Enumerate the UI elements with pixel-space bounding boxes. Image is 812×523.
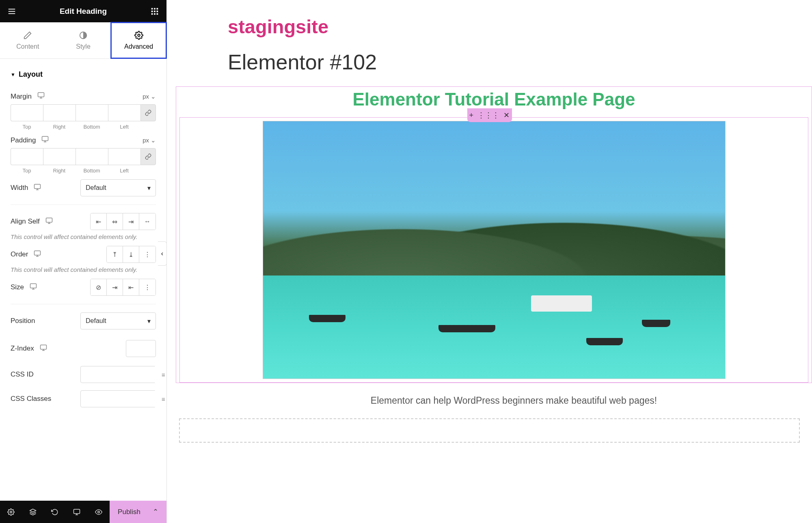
dynamic-icon[interactable]: ≡ xyxy=(162,366,165,383)
pencil-icon xyxy=(23,31,32,40)
page-title: Elementor #102 xyxy=(228,50,800,74)
padding-bottom-input[interactable] xyxy=(76,148,108,165)
add-new-section[interactable] xyxy=(179,418,800,443)
desktop-icon[interactable] xyxy=(34,250,41,259)
padding-control-row: Padding px ⌄ xyxy=(11,136,156,145)
link-icon xyxy=(145,153,151,160)
history-icon[interactable] xyxy=(44,501,66,523)
sidebar-title: Edit Heading xyxy=(16,7,150,16)
desktop-icon[interactable] xyxy=(30,283,37,292)
svg-rect-37 xyxy=(74,509,80,514)
editor-sidebar: Edit Heading Content Style Advanced ▼ La… xyxy=(0,0,167,523)
svg-rect-10 xyxy=(154,13,155,15)
margin-top-input[interactable] xyxy=(11,104,43,121)
tab-advanced[interactable]: Advanced xyxy=(111,22,166,58)
gear-icon xyxy=(134,31,143,40)
align-stretch-button[interactable]: ↔ xyxy=(139,213,155,230)
close-section-icon[interactable]: ✕ xyxy=(503,111,510,120)
margin-label: Margin xyxy=(11,93,32,101)
size-none-button[interactable]: ⊘ xyxy=(91,279,107,295)
margin-bottom-input[interactable] xyxy=(76,104,108,121)
size-control-row: Size ⊘ ⇥ ⇤ ⋮ xyxy=(11,279,156,296)
drag-section-icon[interactable]: ⋮⋮⋮ xyxy=(477,111,499,120)
order-control-row: Order ⤒ ⤓ ⋮ xyxy=(11,246,156,263)
order-label: Order xyxy=(11,250,28,258)
chevron-left-icon: ‹ xyxy=(161,250,163,257)
margin-inputs xyxy=(11,104,156,121)
align-center-button[interactable]: ⇔ xyxy=(107,213,123,230)
desktop-icon[interactable] xyxy=(41,136,49,145)
cssid-label: CSS ID xyxy=(11,370,34,379)
caption-text[interactable]: Elementor can help WordPress beginners m… xyxy=(228,395,800,406)
padding-left-input[interactable] xyxy=(108,148,140,165)
layout-section-header[interactable]: ▼ Layout xyxy=(11,59,156,86)
desktop-icon[interactable] xyxy=(45,217,53,226)
cssid-input[interactable] xyxy=(85,366,162,383)
align-start-button[interactable]: ⇤ xyxy=(91,213,107,230)
svg-rect-6 xyxy=(151,11,153,12)
zindex-control-row: Z-Index xyxy=(11,340,156,357)
svg-rect-23 xyxy=(46,218,52,222)
settings-icon[interactable] xyxy=(0,501,22,523)
order-buttons: ⤒ ⤓ ⋮ xyxy=(106,246,156,263)
svg-rect-8 xyxy=(157,11,158,12)
image-section[interactable] xyxy=(179,117,808,383)
size-shrink-button[interactable]: ⇤ xyxy=(123,279,139,295)
tab-content[interactable]: Content xyxy=(0,22,56,58)
position-select[interactable]: Default ▾ xyxy=(80,312,156,329)
padding-unit-select[interactable]: px ⌄ xyxy=(143,137,156,144)
margin-unit-select[interactable]: px ⌄ xyxy=(143,93,156,100)
padding-right-input[interactable] xyxy=(43,148,76,165)
svg-rect-5 xyxy=(157,8,158,9)
width-select[interactable]: Default ▾ xyxy=(80,179,156,196)
desktop-icon[interactable] xyxy=(34,183,41,193)
desktop-icon[interactable] xyxy=(40,344,47,353)
heading-section[interactable]: Elementor Tutorial Example Page + ⋮⋮⋮ ✕ xyxy=(176,86,812,383)
size-buttons: ⊘ ⇥ ⇤ ⋮ xyxy=(90,279,156,296)
svg-rect-7 xyxy=(154,11,155,12)
position-label: Position xyxy=(11,317,35,325)
order-more-button[interactable]: ⋮ xyxy=(139,246,155,263)
margin-left-input[interactable] xyxy=(108,104,140,121)
align-end-button[interactable]: ⇥ xyxy=(123,213,139,230)
size-more-button[interactable]: ⋮ xyxy=(139,279,155,295)
order-last-button[interactable]: ⤓ xyxy=(123,246,139,263)
editor-canvas: stagingsite Elementor #102 Elementor Tut… xyxy=(167,0,812,523)
collapse-sidebar-handle[interactable]: ‹ xyxy=(158,241,167,266)
desktop-icon[interactable] xyxy=(37,92,45,101)
tab-style[interactable]: Style xyxy=(56,22,111,58)
padding-top-input[interactable] xyxy=(11,148,43,165)
svg-rect-3 xyxy=(151,8,153,9)
apps-icon[interactable] xyxy=(150,7,159,16)
padding-side-labels: Top Right Bottom Left xyxy=(11,168,156,174)
margin-control-row: Margin px ⌄ xyxy=(11,92,156,101)
publish-button[interactable]: Publish ⌃ xyxy=(110,501,166,523)
svg-rect-11 xyxy=(157,13,158,15)
add-section-icon[interactable]: + xyxy=(469,111,474,120)
cssclasses-input[interactable] xyxy=(85,391,162,407)
margin-link-toggle[interactable] xyxy=(140,104,156,121)
margin-right-input[interactable] xyxy=(43,104,76,121)
order-help: This control will affect contained eleme… xyxy=(11,266,156,273)
zindex-input[interactable] xyxy=(126,340,156,357)
dynamic-icon[interactable]: ≡ xyxy=(162,391,165,407)
svg-rect-17 xyxy=(42,136,48,141)
preview-icon[interactable] xyxy=(88,501,110,523)
size-label: Size xyxy=(11,283,24,291)
image-widget[interactable] xyxy=(263,121,726,379)
svg-marker-36 xyxy=(30,509,36,512)
responsive-icon[interactable] xyxy=(66,501,88,523)
svg-rect-4 xyxy=(154,8,155,9)
padding-link-toggle[interactable] xyxy=(140,148,156,165)
order-first-button[interactable]: ⤒ xyxy=(107,246,123,263)
navigator-icon[interactable] xyxy=(22,501,44,523)
tab-advanced-label: Advanced xyxy=(124,43,153,50)
padding-label: Padding xyxy=(11,136,36,144)
size-grow-button[interactable]: ⇥ xyxy=(107,279,123,295)
site-title[interactable]: stagingsite xyxy=(228,15,800,38)
padding-inputs xyxy=(11,148,156,165)
menu-icon[interactable] xyxy=(7,7,16,16)
svg-point-40 xyxy=(98,511,100,513)
chevron-down-icon: ⌄ xyxy=(151,137,156,144)
caret-down-icon: ▾ xyxy=(147,317,151,325)
